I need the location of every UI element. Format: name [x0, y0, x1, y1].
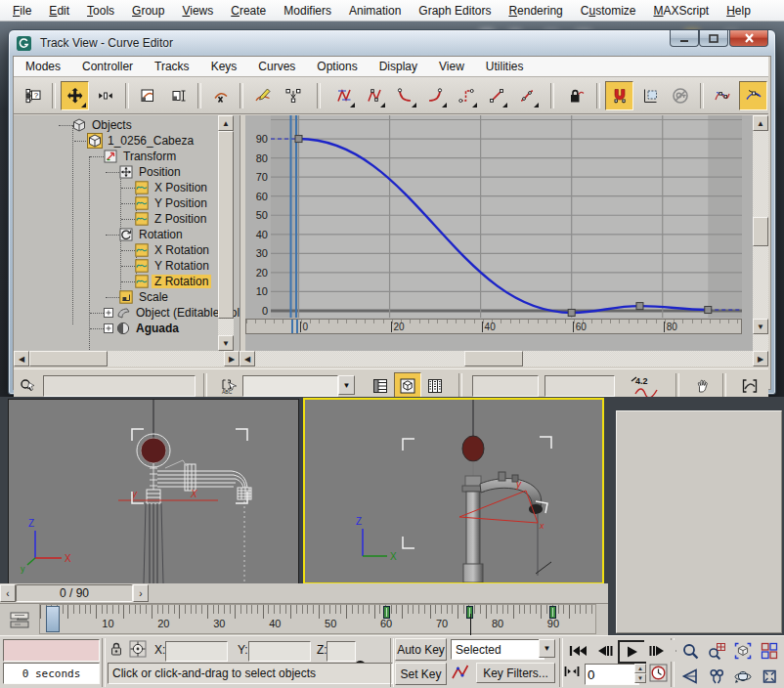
trackbar-frame-label[interactable]: 10	[102, 618, 113, 629]
time-ruler-label[interactable]: 80	[664, 322, 677, 332]
next-frame-icon[interactable]	[644, 640, 671, 662]
layout-film-icon[interactable]	[421, 372, 449, 400]
scale-keys-icon[interactable]	[134, 81, 162, 110]
tangent-linear-icon[interactable]	[482, 81, 510, 110]
maximize-button[interactable]	[699, 30, 728, 47]
scroll-right-arrow[interactable]: ▶	[224, 351, 240, 366]
scroll-right-arrow[interactable]: ▶	[753, 351, 768, 366]
tv-menu-controller[interactable]: Controller	[80, 58, 144, 75]
animation-key[interactable]	[383, 606, 390, 619]
spinner-up-icon[interactable]: ▲	[634, 664, 646, 673]
curve-plot[interactable]	[271, 115, 742, 318]
tree-item-position[interactable]: Position	[119, 164, 184, 180]
play-icon[interactable]	[618, 640, 646, 664]
scroll-up-arrow[interactable]: ▲	[753, 115, 768, 131]
tv-menu-options[interactable]: Options	[315, 58, 368, 75]
tv-menu-keys[interactable]: Keys	[209, 58, 248, 75]
maxscript-mini-listener[interactable]	[3, 639, 100, 662]
time-slider-handle[interactable]	[46, 606, 60, 632]
tree-item-aguada[interactable]: Aguada	[104, 321, 182, 336]
orbit-icon[interactable]	[729, 665, 756, 688]
trackbar-frame-label[interactable]: 60	[380, 618, 392, 629]
scroll-thumb[interactable]	[464, 351, 523, 366]
menu-item-create[interactable]: Create	[222, 2, 275, 20]
tree-item-y-position[interactable]: Y Position	[135, 195, 210, 211]
tv-menu-modes[interactable]: Modes	[23, 58, 71, 75]
trackbar-frame-label[interactable]: 90	[547, 618, 559, 629]
time-ruler[interactable]: 020406080	[245, 319, 742, 334]
next-frame-button[interactable]: ›	[133, 584, 149, 602]
layout-list-icon[interactable]	[367, 372, 394, 400]
selection-set-dropdown[interactable]: Selected	[451, 639, 544, 660]
tree-item-transform[interactable]: Transform	[104, 149, 179, 164]
expand-icon[interactable]	[104, 308, 113, 318]
time-tag[interactable]: 0 seconds	[3, 663, 100, 684]
tangent-step-icon[interactable]	[452, 81, 480, 110]
key-value-field[interactable]	[544, 375, 615, 397]
fov-icon[interactable]	[676, 665, 703, 688]
trackbar-frame-label[interactable]: 20	[157, 618, 169, 629]
draw-curves-icon[interactable]	[248, 81, 277, 110]
zoom-extents-icon[interactable]	[729, 639, 756, 663]
frame-number-field[interactable]	[585, 664, 639, 685]
menu-item-modifiers[interactable]: Modifiers	[275, 2, 340, 20]
viewport-right-shaded[interactable]: y x Z X	[303, 398, 604, 584]
time-ruler-label[interactable]: 0	[300, 322, 309, 332]
time-config-icon[interactable]	[649, 664, 668, 682]
key-filters-button[interactable]: Key Filters...	[476, 663, 555, 683]
viewport-left-wireframe[interactable]: X y Z X y	[8, 399, 299, 584]
tree-item-rotation[interactable]: Rotation	[119, 227, 186, 242]
previous-frame-button[interactable]: ‹	[0, 584, 16, 602]
tree-item-x-position[interactable]: X Position	[135, 180, 210, 195]
scroll-down-arrow[interactable]: ▼	[753, 319, 768, 334]
set-key-button[interactable]: Set Key	[395, 663, 447, 685]
tree-item-1-0256-cabeza[interactable]: 1_0256_Cabeza	[88, 133, 196, 149]
mini-curve-editor-icon[interactable]	[6, 606, 33, 633]
select-by-name-icon[interactable]	[14, 372, 41, 400]
current-time-indicator[interactable]	[291, 320, 293, 333]
scroll-thumb[interactable]	[218, 131, 234, 319]
absolute-mode-icon[interactable]	[129, 640, 147, 658]
menu-item-graph-editors[interactable]: Graph Editors	[410, 2, 500, 20]
pan-icon[interactable]	[703, 665, 729, 688]
track-bar-ruler[interactable]: 102030405060708090	[39, 604, 596, 634]
scale-values-icon[interactable]	[164, 81, 193, 110]
zoom-extents-all-icon[interactable]	[756, 639, 782, 663]
set-key-curve-icon[interactable]	[451, 665, 470, 680]
tv-menu-tracks[interactable]: Tracks	[152, 58, 200, 75]
slide-keys-icon[interactable]	[91, 81, 119, 110]
name-filter-input[interactable]	[43, 375, 196, 397]
menu-item-edit[interactable]: Edit	[40, 2, 78, 20]
tv-menu-utilities[interactable]: Utilities	[484, 58, 535, 75]
param-out-of-range-icon[interactable]	[635, 81, 664, 110]
trackbar-frame-label[interactable]: 30	[213, 618, 225, 629]
tv-menu-curves[interactable]: Curves	[256, 58, 306, 75]
menu-item-maxscript[interactable]: MAXScript	[645, 2, 719, 20]
z-coord-field[interactable]	[327, 641, 356, 662]
zoom-region-icon[interactable]	[732, 372, 767, 400]
trackbar-frame-label[interactable]: 70	[436, 618, 448, 629]
lock-selection-icon[interactable]	[563, 81, 591, 110]
dropdown-arrow-icon[interactable]: ▼	[338, 375, 355, 395]
prev-frame-icon[interactable]	[591, 640, 618, 662]
auto-key-button[interactable]: Auto Key	[395, 638, 447, 661]
add-keys-icon[interactable]	[206, 81, 235, 110]
zoom-icon[interactable]	[676, 639, 703, 663]
trackbar-frame-label[interactable]: 40	[269, 618, 281, 629]
menu-item-customize[interactable]: Customize	[572, 2, 645, 20]
track-view-titlebar[interactable]: Track View - Curve Editor	[9, 30, 775, 56]
tangent-smooth-icon[interactable]	[512, 81, 541, 110]
expand-icon[interactable]	[104, 323, 113, 333]
filters-icon[interactable]: ?	[19, 81, 47, 110]
current-time-indicator[interactable]	[296, 320, 298, 333]
tree-item-z-rotation[interactable]: Z Rotation	[135, 274, 211, 289]
menu-item-tools[interactable]: Tools	[78, 2, 123, 20]
graph-horizontal-scrollbar[interactable]: ◀ ▶	[240, 351, 768, 366]
tangent-auto-icon[interactable]	[329, 81, 358, 110]
time-ruler-label[interactable]: 40	[482, 322, 496, 332]
show-tangents-icon[interactable]	[709, 81, 737, 110]
menu-item-help[interactable]: Help	[718, 2, 760, 20]
track-set-icon[interactable]: ABC	[215, 372, 242, 400]
layout-cube-icon[interactable]	[394, 372, 421, 400]
reduce-keys-icon[interactable]	[280, 81, 308, 110]
